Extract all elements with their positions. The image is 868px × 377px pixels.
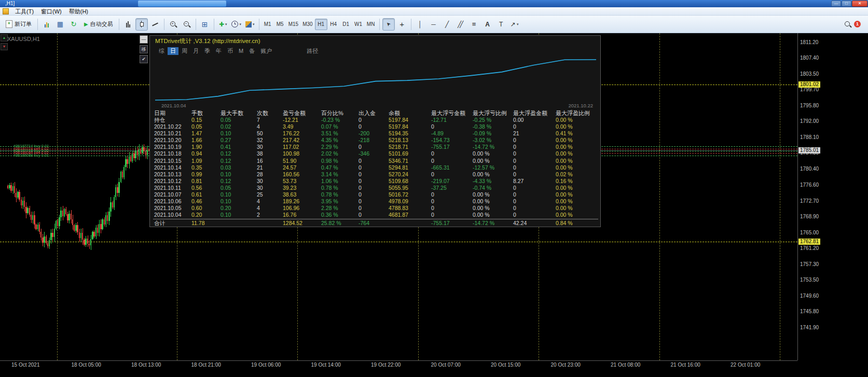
cell: 2021.10.20 [153,137,190,144]
cell: -755.17 [430,219,472,227]
tile-windows-button[interactable]: ⊞ [199,18,211,31]
line-chart-button[interactable] [149,18,161,31]
panel-move-button[interactable]: 移 [140,45,148,53]
crosshair-button[interactable]: + [396,18,408,31]
channel-button[interactable]: ╱╱ [454,18,467,31]
table-row[interactable]: 2021.10.070.610.102538.630.78 %05016.720… [153,191,598,198]
panel-tab-综[interactable]: 综 [156,47,167,55]
cursor-button[interactable]: ➤ [382,18,395,31]
panel-tab-日[interactable]: 日 [168,47,178,55]
cell: 0.41 [219,144,256,150]
cell: 1.90 [190,144,219,150]
cell: -0.74 % [472,185,512,191]
cell: 0 [430,212,472,218]
cell: 0.35 [190,164,219,171]
text-tool-button[interactable]: A [481,18,494,31]
timeframe-d1[interactable]: D1 [340,19,352,30]
cell: 0 [357,123,388,130]
new-order-button[interactable]: + 新订单 [3,18,35,31]
panel-tab-月[interactable]: 月 [190,47,201,55]
table-row[interactable]: 2021.10.191.900.4130117.022.29 %05218.71… [153,144,598,150]
table-row[interactable]: 2021.10.110.560.053039.230.78 %05055.95-… [153,185,598,191]
panel-tab-path[interactable]: 路径 [304,47,321,55]
table-row[interactable]: 2021.10.180.940.1238100.982.02 %-3465101… [153,150,598,157]
charts-button[interactable] [40,18,53,31]
price-label: 1776.60 [800,182,819,188]
time-label: 19 Oct 06:00 [251,362,281,368]
panel-confirm-button[interactable]: ✔ [140,55,148,63]
fibonacci-button[interactable]: ≡ [468,18,480,31]
periods-button[interactable]: ▾ [230,18,243,31]
timeframe-m5[interactable]: M5 [274,19,286,30]
maximize-button[interactable]: □ [842,1,851,7]
menu-item[interactable]: 帮助(H) [65,7,92,16]
menu-item[interactable]: 工具(T) [11,7,37,16]
price-label: 1768.90 [800,214,819,220]
menu-item[interactable]: 窗口(W) [37,7,65,16]
time-label: 18 Oct 21:00 [191,362,221,368]
cell: 1.47 [190,130,219,137]
timeframe-mn[interactable]: MN [365,19,377,30]
autotrading-button[interactable]: ▶ 自动交易 [81,18,116,31]
cell: 0 [430,158,472,164]
vertical-line-button[interactable]: │ [414,18,426,31]
arrows-tool-button[interactable]: ↗ ▾ [508,18,521,31]
zoom-in-button[interactable]: + [167,18,180,31]
cell: 0 [512,137,555,144]
panel-tab-季[interactable]: 季 [202,47,213,55]
cell: -4.89 [430,130,472,137]
notification-badge[interactable]: 1 [854,21,861,27]
timeframe-m15[interactable]: M15 [286,19,300,30]
table-row[interactable]: 2021.10.130.990.1028160.563.14 %05270.24… [153,171,598,178]
separator [37,19,38,30]
table-row[interactable]: 2021.10.201.660.2732217.424.35 %-2185218… [153,137,598,144]
cell: -0.25 % [472,117,512,123]
minimize-button[interactable]: — [831,1,841,7]
refresh-button[interactable]: ↻ [67,18,80,31]
timeframe-h4[interactable]: H4 [327,19,340,30]
table-row[interactable]: 2021.10.211.470.1050176.223.51 %-2005194… [153,130,598,137]
panel-tab-币[interactable]: 币 [225,47,236,55]
timeframe-w1[interactable]: W1 [352,19,365,30]
toolbar: + 新订单 ▦ ↻ ▶ 自动交易 + − [0,16,868,33]
table-row[interactable]: 2021.10.060.460.104189.263.95 %04978.090… [153,198,598,205]
cell: 25 [256,191,282,198]
cell: 0 [357,158,388,164]
timeframe-m30[interactable]: M30 [300,19,314,30]
table-row[interactable]: 2021.10.220.050.0243.490.07 %05197.840-0… [153,123,598,130]
close-button[interactable]: ✕ [852,1,867,7]
table-row[interactable]: 2021.10.120.810.123053.731.06 %05109.68-… [153,178,598,185]
indicators-button[interactable]: ✚ ▾ [217,18,229,31]
cell: -12.71 [430,117,472,123]
cell: 0 [430,171,472,178]
label-tool-icon: T [499,21,503,28]
panel-tab-M[interactable]: M [236,47,246,55]
cell: 2021.10.12 [153,178,190,185]
trendline-button[interactable]: ╱ [441,18,453,31]
new-order-icon: + [6,20,12,28]
profiles-button[interactable]: ▦ [54,18,66,31]
table-row[interactable]: 2021.10.050.600.204106.962.28 %04788.830… [153,205,598,212]
cell: -3.02 % [472,137,512,144]
table-row[interactable]: 2021.10.140.350.032124.570.47 %05294.81-… [153,164,598,171]
panel-tab-备[interactable]: 备 [246,47,257,55]
cell: 3.49 [282,123,320,130]
table-row[interactable]: 持仓0.150.057-12.21-0.23 %05197.84-12.71-0… [153,117,598,123]
panel-tab-周[interactable]: 周 [179,47,190,55]
timeframe-h1[interactable]: H1 [315,19,327,30]
label-tool-button[interactable]: T [495,18,507,31]
panel-minimize-button[interactable]: — [140,35,148,44]
candlestick-button[interactable] [135,18,148,31]
panel-tab-账户[interactable]: 账户 [258,47,274,55]
timeframe-m1[interactable]: M1 [261,19,274,30]
search-icon[interactable] [844,21,851,28]
bar-chart-button[interactable] [122,18,134,31]
templates-button[interactable]: ▾ [244,18,256,31]
table-row[interactable]: 合计11.781284.5225.82 %-764-755.17-14.72 %… [153,219,598,227]
horizontal-line-button[interactable]: ─ [428,18,440,31]
zoom-out-button[interactable]: − [181,18,193,31]
table-row[interactable]: 2021.10.151.090.121651.900.98 %05346.710… [153,158,598,164]
crosshair-icon: + [399,20,404,29]
panel-tab-年[interactable]: 年 [213,47,224,55]
table-row[interactable]: 2021.10.040.200.10216.760.36 %04681.8700… [153,212,598,218]
